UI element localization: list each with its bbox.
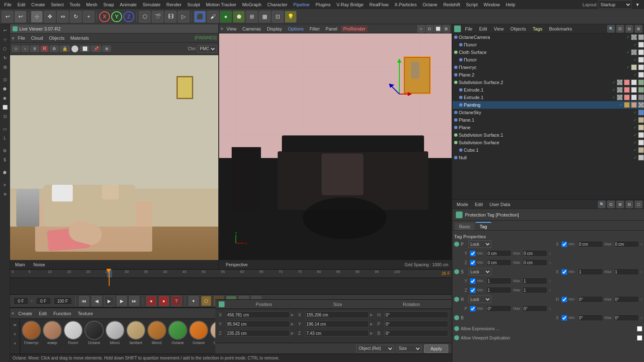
prop-sy-arrow[interactable]: ↕ <box>549 279 551 283</box>
lt-icon-9[interactable]: ⬜ <box>1 103 9 111</box>
menu-motion-tracker[interactable]: Motion Tracker <box>203 1 239 8</box>
vp-btn-3[interactable]: ⬜ <box>434 25 442 33</box>
tree-item-extrude1a[interactable]: Extrude.1 ✓ <box>452 86 644 94</box>
prop-sz-min[interactable] <box>486 287 511 293</box>
mat-item-2[interactable]: Полот <box>64 321 83 345</box>
brush-btn[interactable]: 🖌 <box>207 11 219 23</box>
lv-btn-rect[interactable]: ⬜ <box>80 46 90 52</box>
prop-sy-min[interactable] <box>486 278 511 284</box>
tree-item-plane1[interactable]: Plane.1 ✓ <box>452 116 644 124</box>
rotate-tool[interactable]: ↻ <box>70 11 82 23</box>
green-btn[interactable]: ● <box>220 11 232 23</box>
psr-h-rot[interactable] <box>384 311 448 318</box>
menu-simulate[interactable]: Simulate <box>140 1 163 8</box>
cube-btn[interactable]: ⬛ <box>194 11 206 23</box>
prop-rh-arrow[interactable]: ↕ <box>641 297 643 301</box>
lv-btn-lock[interactable]: 🔒 <box>60 46 70 52</box>
prop-py-min[interactable] <box>486 250 511 257</box>
rp-menu-tags[interactable]: Tags <box>530 25 545 32</box>
vp-menu-display[interactable]: Display <box>264 25 284 32</box>
lt-icon-8[interactable]: ◉ <box>1 94 9 102</box>
btn-record2[interactable]: ● <box>159 296 169 306</box>
prop-sz-max[interactable] <box>522 287 547 293</box>
vp-menu-panel[interactable]: Panel <box>323 25 340 32</box>
prop-tab-tag[interactable]: Tag <box>475 222 491 230</box>
prop-tab-basic[interactable]: Basic <box>455 223 475 230</box>
vp-canvas[interactable]: Y X <box>219 33 452 260</box>
prop-check-px[interactable] <box>562 242 567 247</box>
mat-item-1[interactable]: ковер <box>43 321 62 345</box>
prop-check-rh[interactable] <box>562 297 567 302</box>
menu-create[interactable]: Create <box>29 1 48 8</box>
lv-menu-materials[interactable]: Materials <box>68 35 92 41</box>
prop-b-arrow[interactable]: ↕ <box>641 316 643 320</box>
btn-go-end[interactable]: ⏭ <box>129 296 139 306</box>
tree-check-s2[interactable]: ✓ <box>612 80 616 84</box>
scale-tool[interactable]: ⇔ <box>57 11 69 23</box>
menu-edit[interactable]: Edit <box>15 1 28 8</box>
lv-tab-main[interactable]: Main <box>13 261 28 268</box>
tree-item-polot2[interactable]: Полот ✓ <box>452 56 644 64</box>
mat-item-7[interactable]: Octane <box>168 321 187 345</box>
lt-icon-15[interactable]: ⬟ <box>1 168 9 176</box>
tree-item-polot1[interactable]: Полот ✓ <box>452 41 644 48</box>
lt-icon-12[interactable]: L <box>1 134 9 142</box>
prop-rp-max[interactable] <box>522 305 547 312</box>
mat-item-3[interactable]: Octane <box>84 321 104 345</box>
menu-script[interactable]: Script <box>463 1 480 8</box>
tree-check-painting[interactable]: ✓ <box>619 103 623 107</box>
menu-mograph[interactable]: MoGraph <box>240 1 264 8</box>
axis-x-button[interactable]: X <box>99 11 110 22</box>
mat-lt-3[interactable]: 4 <box>11 339 19 347</box>
lv-btn-settings[interactable]: ⚙ <box>50 46 59 52</box>
tree-item-subdivision2[interactable]: Subdivision Surface.2 ✓ <box>452 79 644 86</box>
mat-item-4[interactable]: blinn1 <box>105 321 125 345</box>
lt-icon-5[interactable]: ⊞ <box>1 63 9 71</box>
prop-check-sy[interactable] <box>470 278 475 284</box>
prop-sx-arrow[interactable]: ↕ <box>641 270 643 274</box>
tree-check-null[interactable]: ✓ <box>634 156 637 160</box>
menu-plugins[interactable]: Plugins <box>313 1 333 8</box>
prop-py-arrow[interactable]: ↕ <box>549 251 551 255</box>
menu-render[interactable]: Render <box>164 1 184 8</box>
tree-item-subdiv[interactable]: Subdivision Surface ✓ <box>452 139 644 146</box>
rp-prop-icon4[interactable]: ⊟ <box>626 201 633 208</box>
menu-window[interactable]: Window <box>481 1 502 8</box>
prop-check-bx[interactable] <box>562 315 567 321</box>
lv-btn-1[interactable]: ⊹ <box>12 46 20 52</box>
rp-menu-view[interactable]: View <box>491 25 506 32</box>
btn-key2[interactable]: ⬡ <box>201 296 211 306</box>
tree-check-plane1[interactable]: ✓ <box>634 118 637 122</box>
lv-tab-noise[interactable]: Noise <box>31 261 48 268</box>
mat-menu-create[interactable]: Create <box>16 310 35 317</box>
tree-check-p2[interactable]: ✓ <box>634 58 637 62</box>
tree-check-sdv[interactable]: ✓ <box>634 140 637 145</box>
rp-expand[interactable]: ⊞ <box>635 25 642 33</box>
lt-icon-14[interactable]: $ <box>1 156 9 164</box>
btn-next-frame[interactable]: ▶ <box>117 296 127 306</box>
lt-icon-13[interactable]: ⚙ <box>1 146 9 155</box>
mat-menu-texture[interactable]: Texture <box>75 310 95 317</box>
psr-p-rot[interactable] <box>384 321 448 327</box>
vp-menu-filter[interactable]: Filter <box>307 25 322 32</box>
tree-item-plane[interactable]: Plane ✓ <box>452 124 644 131</box>
redo-button[interactable]: ↩ <box>15 11 26 23</box>
prop-sy-max[interactable] <box>522 278 547 284</box>
prop-sz-arrow[interactable]: ↕ <box>549 288 551 292</box>
lt-icon-3[interactable]: ⬡ <box>1 44 9 53</box>
vp-menu-view[interactable]: View <box>224 25 239 32</box>
rp-menu-edit[interactable]: Edit <box>477 25 490 32</box>
menu-snap[interactable]: Snap <box>101 1 117 8</box>
lv-btn-circle[interactable] <box>71 45 79 53</box>
prop-check-sx[interactable] <box>562 269 567 275</box>
prop-px-min[interactable] <box>578 241 603 247</box>
layout-arrow[interactable]: ▼ <box>633 1 642 8</box>
tree-check-plane[interactable]: ✓ <box>634 125 637 130</box>
prop-px-max[interactable] <box>614 241 639 247</box>
menu-realflow[interactable]: RealFlow <box>367 1 391 8</box>
mat-menu-edit[interactable]: Edit <box>36 310 49 317</box>
vp-btn-2[interactable]: ⊡ <box>426 25 433 33</box>
prop-lock-s[interactable]: LockUnlock <box>468 268 491 275</box>
object-mode-btn[interactable]: ⬡ <box>139 11 151 23</box>
tree-item-octanecamera[interactable]: OctaneCamera ✓ <box>452 33 644 41</box>
